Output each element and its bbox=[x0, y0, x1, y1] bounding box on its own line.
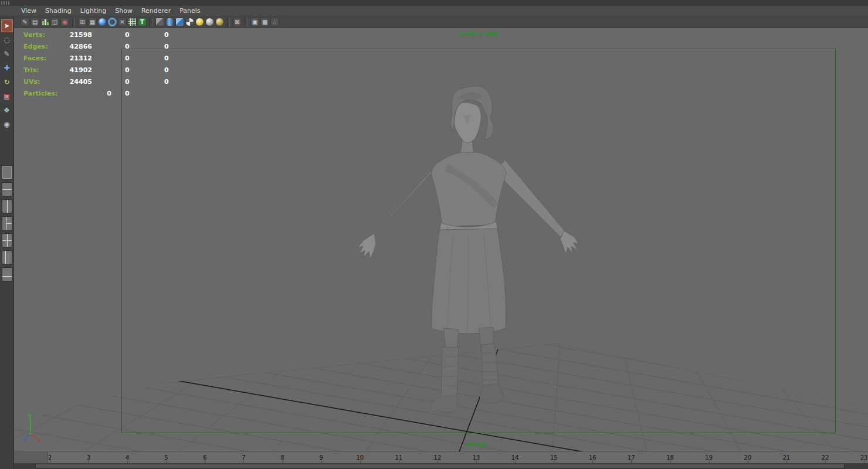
hud-total-value: 41902 bbox=[56, 66, 92, 74]
x-axis-label: x bbox=[38, 437, 41, 443]
character-model bbox=[358, 86, 579, 412]
frame-number: 9 bbox=[302, 454, 341, 461]
resolution-gate-label: 868 x 469 bbox=[458, 30, 498, 38]
wire-on-shaded-icon[interactable] bbox=[155, 18, 164, 26]
hud-total-value: 21598 bbox=[56, 31, 92, 39]
camera-name-label: persp bbox=[466, 440, 486, 448]
frame-number: 12 bbox=[418, 454, 457, 461]
hud-label: Tris: bbox=[23, 66, 39, 74]
layout-three-panes[interactable] bbox=[2, 216, 12, 230]
grease-pencil-icon[interactable]: ✎ bbox=[21, 18, 29, 26]
hud-label: Faces: bbox=[23, 55, 46, 62]
hud-selected-value: 0 bbox=[125, 43, 130, 50]
default-light-icon[interactable] bbox=[215, 18, 224, 26]
frame-number: 23 bbox=[845, 454, 868, 461]
hud-label: Edges: bbox=[23, 43, 48, 50]
frame-number: 11 bbox=[379, 454, 418, 461]
separator[interactable] bbox=[245, 18, 247, 27]
panels-menu[interactable]: Panels bbox=[179, 7, 200, 15]
drag-grip[interactable] bbox=[1, 1, 11, 5]
grid-toggle-icon[interactable]: ⊞ bbox=[78, 18, 87, 26]
hud-row: Edges: 42866 0 0 bbox=[23, 41, 188, 53]
frame-number: 2 bbox=[30, 454, 69, 461]
scale-tool[interactable]: ▣ bbox=[1, 90, 13, 103]
frame-number: 13 bbox=[457, 454, 496, 461]
frame-number: 4 bbox=[108, 454, 147, 461]
hud-poly-count: Verts: 21598 0 0 Edges: 42866 0 0 Faces:… bbox=[23, 29, 188, 100]
layout-two-panes-side[interactable] bbox=[2, 199, 12, 213]
all-lights-icon[interactable] bbox=[195, 18, 204, 26]
wireframe-icon[interactable] bbox=[108, 18, 117, 26]
object-select-icon[interactable]: ⊠ bbox=[233, 18, 242, 26]
range-slider[interactable] bbox=[14, 463, 868, 469]
select-tool[interactable]: ➤ bbox=[1, 19, 13, 32]
z-axis-label: z bbox=[23, 437, 26, 443]
paint-select-tool[interactable]: ✎ bbox=[1, 47, 13, 60]
layout-outliner-persp[interactable] bbox=[2, 250, 12, 264]
lasso-tool[interactable]: ◌ bbox=[1, 33, 13, 46]
separator[interactable] bbox=[227, 18, 230, 27]
isolate-cube-icon[interactable]: ▣ bbox=[250, 18, 259, 26]
textured-sphere-icon[interactable] bbox=[185, 18, 194, 26]
frame-number: 22 bbox=[806, 454, 845, 461]
default-material-icon[interactable] bbox=[165, 18, 174, 26]
panel-menubar: View Shading Lighting Show Renderer Pane… bbox=[0, 6, 868, 16]
hud-selected-value: 0 bbox=[125, 55, 130, 62]
soft-mod-tool[interactable]: ◉ bbox=[1, 118, 13, 131]
show-menu[interactable]: Show bbox=[115, 7, 133, 15]
share-view-icon[interactable]: ∴ bbox=[270, 18, 279, 26]
hud-label: Verts: bbox=[23, 31, 45, 39]
hud-label: UVs: bbox=[23, 78, 40, 86]
xray-icon[interactable]: ✕ bbox=[118, 18, 127, 26]
hud-component-value: 0 bbox=[164, 31, 169, 39]
layout-two-panes-stacked[interactable] bbox=[2, 182, 12, 196]
frame-number: 16 bbox=[573, 454, 612, 461]
separator[interactable] bbox=[150, 18, 152, 27]
frame-number: 8 bbox=[263, 454, 302, 461]
x-axis-line bbox=[30, 435, 36, 437]
frame-number: 7 bbox=[224, 454, 263, 461]
move-tool[interactable]: ✚ bbox=[1, 62, 13, 74]
range-slider-bar[interactable] bbox=[35, 464, 845, 468]
smooth-shade-icon[interactable] bbox=[98, 18, 107, 26]
hud-component-value: 0 bbox=[164, 55, 169, 62]
tool-box: ➤ ◌ ✎ ✚ ↻ ▣ ❖ ◉ bbox=[0, 16, 14, 469]
separator[interactable] bbox=[72, 18, 75, 27]
universal-manip-tool[interactable]: ❖ bbox=[1, 104, 13, 117]
y-axis-label: y bbox=[28, 412, 32, 419]
rotate-tool[interactable]: ↻ bbox=[1, 76, 13, 89]
perspective-viewport[interactable]: y x z Verts: 21598 0 0 Edges: 42866 0 bbox=[14, 28, 868, 451]
frame-number: 21 bbox=[767, 454, 806, 461]
safe-title-icon[interactable]: ◫ bbox=[50, 18, 59, 26]
hud-total-value: 0 bbox=[56, 90, 111, 97]
film-gate-mask-icon[interactable]: ▦ bbox=[88, 18, 97, 26]
subset-cube-icon[interactable]: ▩ bbox=[260, 18, 269, 26]
layout-four-panes[interactable] bbox=[2, 233, 12, 247]
grid-display-icon[interactable] bbox=[128, 18, 137, 26]
lighting-menu[interactable]: Lighting bbox=[80, 7, 106, 15]
camera-select-icon[interactable]: ◉ bbox=[60, 18, 69, 26]
window-top-strip bbox=[0, 0, 868, 6]
hud-selected-value: 0 bbox=[125, 90, 130, 97]
hud-row: Verts: 21598 0 0 bbox=[23, 29, 188, 41]
frame-number: 17 bbox=[612, 454, 650, 461]
frame-number: 6 bbox=[185, 454, 224, 461]
hud-total-value: 24405 bbox=[56, 78, 92, 86]
frame-number: 19 bbox=[690, 454, 728, 461]
layout-persp-graph[interactable] bbox=[2, 267, 12, 281]
view-menu[interactable]: View bbox=[21, 7, 36, 15]
tool-icons: ➤ ◌ ✎ ✚ ↻ ▣ ❖ ◉ bbox=[1, 18, 13, 132]
time-slider[interactable]: 2 3 4 5 6 7 8 9 10 11 12 13 bbox=[14, 451, 868, 463]
textured-icon[interactable]: T bbox=[138, 18, 147, 26]
layout-single-pane[interactable] bbox=[2, 165, 12, 179]
renderer-menu[interactable]: Renderer bbox=[141, 7, 171, 15]
shading-menu[interactable]: Shading bbox=[45, 7, 72, 15]
hud-component-value: 0 bbox=[164, 66, 169, 74]
shaded-cube-icon[interactable] bbox=[175, 18, 184, 26]
frame-number: 18 bbox=[651, 454, 690, 461]
field-chart-icon[interactable] bbox=[40, 18, 49, 26]
no-lights-icon[interactable] bbox=[205, 18, 214, 26]
film-gate-icon[interactable]: ▤ bbox=[30, 18, 39, 26]
hud-component-value: 0 bbox=[164, 43, 169, 50]
frame-number: 3 bbox=[69, 454, 108, 461]
